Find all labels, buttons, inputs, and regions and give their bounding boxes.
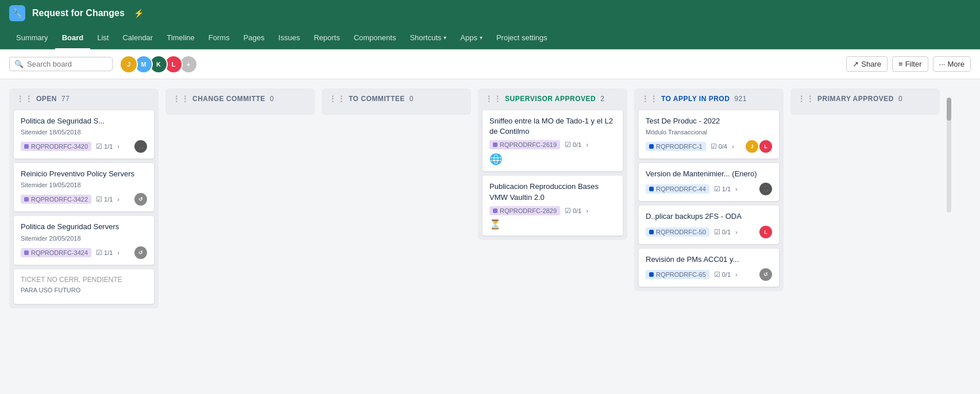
nav-item-list[interactable]: List (90, 26, 115, 49)
tag-icon (493, 208, 497, 213)
card-avatar: 🎧 (134, 140, 147, 153)
nav-item-issues[interactable]: Issues (272, 26, 307, 49)
drag-handle-icon[interactable]: ⋮⋮ (172, 94, 189, 103)
avatars-group: J M K L + (119, 55, 198, 74)
card[interactable]: Version de Mantenimier... (Enero) RQPROD… (639, 163, 779, 201)
nav-item-reports[interactable]: Reports (307, 26, 347, 49)
card-tag: RQPRODRFC-3424 (21, 248, 91, 257)
drag-handle-icon[interactable]: ⋮⋮ (329, 94, 345, 103)
checklist-icon: ☑ (565, 141, 571, 149)
tag-icon (24, 250, 29, 255)
tag-icon (24, 144, 29, 149)
checklist-icon: ☑ (96, 142, 102, 150)
column-cards-primary-approved (790, 108, 940, 115)
card-title: D..plicar backups 2FS - ODA (646, 211, 772, 222)
search-input[interactable] (27, 60, 102, 68)
expand-icon[interactable]: › (735, 229, 738, 235)
nav-item-apps[interactable]: Apps ▾ (453, 26, 489, 49)
filter-button[interactable]: ≡ Filter (892, 56, 928, 72)
nav-item-timeline[interactable]: Timeline (160, 26, 202, 49)
card[interactable]: Reinicio Preventivo Policy Servers Sitem… (14, 163, 154, 211)
card-tag: RQPRODRFC-44 (646, 184, 709, 194)
column-count-change-committee: 0 (270, 95, 274, 103)
card-tag: RQPRODRFC-3420 (21, 142, 91, 151)
search-box[interactable]: 🔍 (9, 57, 113, 71)
card-subtitle: PARA USO FUTURO (21, 287, 147, 293)
checklist-badge: ☑ 0/1 (565, 141, 581, 149)
avatar[interactable]: J (119, 55, 138, 74)
card-footer: RQPRODRFC-1 ☑ 0/4 › J L (646, 140, 772, 153)
column-header-to-committee: ⋮⋮ TO COMMITTEE 0 (322, 88, 471, 108)
card-globe: 🌐 (489, 153, 616, 165)
expand-icon[interactable]: › (735, 186, 738, 192)
card-title: Publicacion Reproduccion Bases VMW Vault… (489, 181, 616, 202)
card-footer: RQPRODRFC-2619 ☑ 0/1 › (489, 140, 616, 149)
more-button[interactable]: ··· More (933, 56, 971, 72)
drag-handle-icon[interactable]: ⋮⋮ (641, 94, 658, 103)
drag-handle-icon[interactable]: ⋮⋮ (797, 94, 814, 103)
nav-bar: Summary Board List Calendar Timeline For… (0, 26, 980, 49)
column-header-to-apply-in-prod: ⋮⋮ TO APPLY IN PROD 921 (634, 88, 784, 108)
drag-handle-icon[interactable]: ⋮⋮ (485, 94, 501, 103)
card-tag: RQPRODRFC-2619 (489, 140, 560, 149)
share-button[interactable]: ↗ Share (846, 56, 888, 72)
expand-icon[interactable]: › (117, 249, 119, 256)
card-tag: RQPRODRFC-1 (646, 142, 706, 151)
column-to-apply-in-prod: ⋮⋮ TO APPLY IN PROD 921 Test De Produc -… (634, 88, 784, 291)
nav-item-board[interactable]: Board (55, 26, 91, 49)
card[interactable]: Publicacion Reproduccion Bases VMW Vault… (483, 176, 623, 235)
column-header-primary-approved: ⋮⋮ PRIMARY APPROVED 0 (790, 88, 940, 108)
card-title: Reinicio Preventivo Policy Servers (21, 169, 147, 179)
column-cards-to-apply-in-prod: Test De Produc - 2022 Módulo Transaccion… (634, 108, 784, 291)
pin-icon: ⚡ (134, 9, 144, 18)
scroll-track[interactable] (947, 98, 951, 213)
tag-icon (649, 272, 654, 277)
nav-item-components[interactable]: Components (347, 26, 403, 49)
card[interactable]: Revisión de PMs ACC01 y... RQPRODRFC-65 … (639, 249, 779, 287)
expand-icon[interactable]: › (586, 141, 588, 148)
checklist-icon: ☑ (96, 249, 102, 257)
shortcuts-chevron-icon: ▾ (443, 34, 446, 41)
scroll-thumb[interactable] (947, 98, 951, 121)
card[interactable]: Politica de Seguridad S... Sitemider 18/… (14, 110, 154, 159)
card[interactable]: Test De Produc - 2022 Módulo Transaccion… (639, 110, 779, 159)
checklist-icon: ☑ (565, 207, 571, 215)
column-cards-supervisor-approved: Sniffeo entre la MO de Tado-1 y el L2 de… (478, 108, 627, 240)
card-tag: RQPRODRFC-2829 (489, 206, 560, 215)
nav-item-project-settings[interactable]: Project settings (489, 26, 554, 49)
expand-icon[interactable]: › (117, 143, 119, 150)
expand-icon[interactable]: › (586, 207, 588, 214)
card-footer: RQPRODRFC-3422 ☑ 1/1 › ↺ (21, 193, 147, 206)
nav-item-shortcuts[interactable]: Shortcuts ▾ (403, 26, 453, 49)
card[interactable]: Politica de Seguridad Servers Sitemider … (14, 216, 154, 264)
nav-item-forms[interactable]: Forms (202, 26, 237, 49)
checklist-badge: ☑ 0/1 (714, 228, 731, 236)
card[interactable]: TICKET NO CERR, PENDIENTE PARA USO FUTUR… (14, 269, 154, 304)
tag-icon (24, 197, 29, 202)
nav-item-pages[interactable]: Pages (237, 26, 272, 49)
expand-icon[interactable]: › (735, 271, 738, 278)
card-footer: RQPRODRFC-44 ☑ 1/1 › 🎧 (646, 183, 772, 195)
nav-item-summary[interactable]: Summary (9, 26, 55, 49)
checklist-icon: ☑ (96, 195, 102, 203)
checklist-badge: ☑ 0/4 (711, 142, 727, 150)
app-title: Request for Changes (32, 8, 125, 18)
card[interactable]: D..plicar backups 2FS - ODA RQPRODRFC-50… (639, 206, 779, 244)
scrollbar[interactable] (947, 88, 951, 213)
card-avatar: J (746, 140, 758, 153)
card[interactable]: Sniffeo entre la MO de Tado-1 y el L2 de… (483, 110, 623, 171)
card-avatar: L (759, 226, 772, 238)
sub-header: 🔍 J M K L + ↗ Share ≡ Filter ··· More (0, 49, 980, 79)
expand-icon[interactable]: › (117, 196, 119, 203)
checklist-icon: ☑ (711, 142, 717, 150)
card-avatar: ↺ (134, 246, 147, 259)
filter-icon: ≡ (898, 60, 903, 68)
share-icon: ↗ (852, 60, 859, 68)
drag-handle-icon[interactable]: ⋮⋮ (16, 94, 33, 103)
expand-icon[interactable]: › (732, 143, 734, 150)
header-actions: ↗ Share ≡ Filter ··· More (846, 56, 971, 72)
board-container: ⋮⋮ OPEN 77 Politica de Seguridad S... Si… (0, 79, 980, 394)
tag-icon (649, 144, 654, 149)
checklist-icon: ☑ (714, 228, 720, 236)
nav-item-calendar[interactable]: Calendar (115, 26, 160, 49)
